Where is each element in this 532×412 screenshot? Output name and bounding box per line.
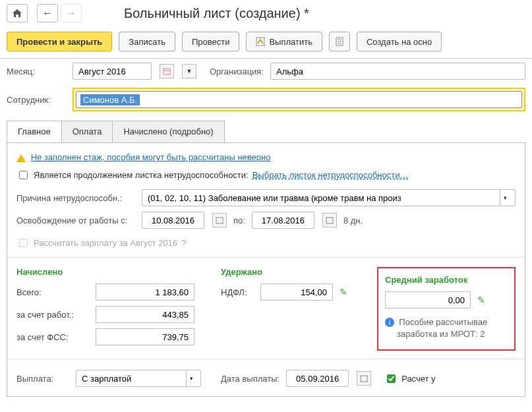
print-button[interactable] — [329, 32, 350, 51]
pay-label: Выплатить — [269, 37, 312, 47]
continuation-row: Является продолжением листка нетрудоспос… — [16, 169, 516, 181]
employee-value: Симонов А.Б. — [80, 94, 140, 105]
date-to-picker[interactable] — [322, 213, 337, 227]
calendar-icon — [163, 67, 171, 75]
org-input[interactable] — [270, 63, 525, 80]
svg-rect-7 — [216, 218, 223, 223]
arrow-left-icon: ← — [42, 7, 53, 19]
edit-ndfl-button[interactable]: ✎ — [340, 287, 347, 297]
employee-label: Сотрудник: — [7, 95, 66, 105]
chevron-down-icon: ▾ — [504, 194, 507, 201]
accrued-title: Начислено — [16, 267, 194, 277]
fss-row: за счет ФСС: — [16, 328, 194, 345]
create-based-button[interactable]: Создать на осно — [357, 32, 442, 51]
arrow-right-icon: → — [66, 7, 76, 19]
ndfl-input[interactable] — [260, 283, 333, 301]
chevron-down-icon: ▼ — [187, 68, 192, 74]
calc-check-row: Расчет у — [384, 372, 435, 385]
payment-row: Выплата: ▾ Дата выплаты: Расчет у — [16, 367, 516, 390]
total-input[interactable] — [96, 283, 194, 301]
org-label: Организация: — [210, 67, 264, 76]
warning-row: Не заполнен стаж, пособия могут быть рас… — [16, 152, 516, 162]
reason-label: Причина нетрудоспособн.: — [16, 193, 135, 203]
document-icon — [335, 37, 344, 46]
date-from-picker[interactable] — [212, 213, 227, 227]
back-button[interactable]: ← — [37, 4, 58, 22]
navigation-bar: ← → Больничный лист (создание) * — [0, 0, 532, 29]
info-icon: i — [385, 318, 394, 327]
mrot-info: i Пособие рассчитывае заработка из МРОТ:… — [385, 316, 508, 340]
absence-label: Освобождение от работы с: — [16, 216, 135, 225]
payment-date-picker[interactable] — [357, 371, 371, 386]
save-button[interactable]: Записать — [119, 32, 175, 51]
month-label: Месяц: — [7, 67, 66, 76]
employee-row: Сотрудник: Симонов А.Б. — [0, 84, 532, 115]
employee-input[interactable]: Симонов А.Б. — [76, 91, 522, 108]
calendar-icon — [326, 216, 334, 224]
tab-accrued[interactable]: Начислено (подробно) — [112, 121, 224, 142]
warning-icon — [16, 154, 26, 162]
pay-icon — [256, 37, 265, 46]
svg-rect-9 — [361, 376, 367, 382]
fss-label: за счет ФСС: — [16, 332, 89, 342]
home-icon — [12, 9, 22, 18]
date-to-input[interactable] — [252, 212, 314, 229]
payment-select[interactable]: ▾ — [76, 370, 201, 387]
fss-input[interactable] — [96, 328, 194, 345]
select-sheet-link[interactable]: Выбрать листок нетрудоспособности… — [252, 170, 409, 180]
payment-date-input[interactable] — [286, 370, 349, 387]
payment-dropdown[interactable]: ▾ — [186, 370, 196, 386]
avg-earning-col: Средний заработок ✎ i Пособие рассчитыва… — [377, 267, 516, 351]
home-button[interactable] — [7, 4, 28, 22]
edit-avg-button[interactable]: ✎ — [477, 295, 485, 305]
tab-payment[interactable]: Оплата — [61, 121, 113, 142]
calendar-icon — [216, 216, 223, 224]
total-label: Всего: — [16, 287, 89, 297]
employer-input[interactable] — [96, 306, 194, 323]
ndfl-label: НДФЛ: — [221, 287, 254, 297]
tab-main[interactable]: Главное — [7, 121, 62, 142]
help-icon[interactable]: ? — [181, 238, 186, 248]
mrot-line2: заработка из МРОТ: 2 — [397, 329, 485, 339]
action-toolbar: Провести и закрыть Записать Провести Вып… — [0, 29, 532, 59]
svg-rect-5 — [163, 69, 170, 74]
page-title: Больничный лист (создание) * — [84, 6, 309, 21]
reason-row: Причина нетрудоспособн.: ▾ — [16, 187, 516, 209]
tab-bar: Главное Оплата Начислено (подробно) — [7, 121, 525, 143]
date-from-input[interactable] — [142, 212, 204, 229]
absence-row: Освобождение от работы с: по: 8 дн. — [16, 209, 516, 231]
warning-link[interactable]: Не заполнен стаж, пособия могут быть рас… — [31, 152, 271, 162]
mrot-line1: Пособие рассчитывае — [399, 317, 487, 327]
forward-button[interactable]: → — [61, 4, 82, 22]
post-button[interactable]: Провести — [182, 32, 240, 51]
avg-row: ✎ — [385, 291, 508, 309]
reason-input[interactable]: ▾ — [142, 189, 516, 206]
reason-dropdown[interactable]: ▾ — [500, 190, 511, 206]
employer-row: за счет работ.: — [16, 306, 194, 323]
withheld-title: Удержано — [221, 267, 351, 277]
employee-input-wrapper: Симонов А.Б. — [73, 88, 525, 111]
date-to-label: по: — [233, 216, 245, 225]
avg-input[interactable] — [385, 291, 471, 309]
continuation-checkbox[interactable] — [19, 171, 28, 179]
recalc-row: Рассчитать зарплату за Август 2016 ? — [16, 237, 516, 249]
ndfl-row: НДФЛ: ✎ — [221, 283, 351, 301]
payment-label: Выплата: — [16, 374, 69, 384]
payment-date-label: Дата выплаты: — [221, 374, 280, 384]
avg-title: Средний заработок — [385, 275, 508, 285]
withheld-col: Удержано НДФЛ: ✎ — [221, 267, 351, 351]
accrued-col: Начислено Всего: за счет работ.: за счет… — [16, 267, 194, 351]
month-picker-button[interactable] — [160, 64, 174, 78]
calc-label: Расчет у — [401, 374, 435, 384]
recalc-checkbox — [19, 239, 28, 247]
pay-button[interactable]: Выплатить — [246, 32, 322, 51]
chevron-down-icon: ▾ — [190, 375, 193, 382]
month-dropdown-button[interactable]: ▼ — [182, 64, 196, 78]
days-count: 8 дн. — [343, 216, 363, 225]
totals-section: Начислено Всего: за счет работ.: за счет… — [16, 267, 516, 351]
employer-label: за счет работ.: — [16, 310, 89, 320]
calc-checkbox[interactable] — [387, 374, 396, 383]
month-input[interactable] — [73, 63, 152, 80]
svg-rect-8 — [326, 218, 333, 223]
post-and-close-button[interactable]: Провести и закрыть — [7, 32, 112, 51]
